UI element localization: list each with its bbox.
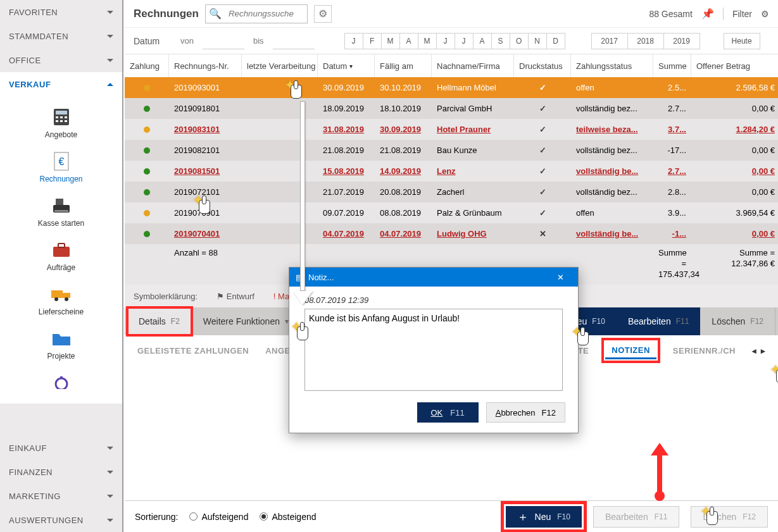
month-button[interactable]: O bbox=[510, 33, 529, 49]
month-button[interactable]: J bbox=[436, 33, 455, 49]
close-icon[interactable]: ✕ bbox=[549, 273, 572, 282]
truck-icon bbox=[50, 287, 73, 302]
tab-notizen[interactable]: NOTIZEN bbox=[605, 342, 656, 359]
sidebar-item-auftraege[interactable]: Aufträge bbox=[0, 235, 122, 276]
sidebar-verkauf[interactable]: VERKAUF bbox=[0, 72, 122, 96]
ok-button[interactable]: OKF11 bbox=[417, 402, 479, 423]
status-dot bbox=[144, 231, 150, 237]
chevron-down-icon bbox=[107, 11, 113, 14]
sidebar-item-rechnungen[interactable]: €Rechnungen bbox=[0, 147, 122, 187]
pin-icon[interactable]: 📌 bbox=[701, 8, 714, 20]
svg-rect-16 bbox=[63, 293, 70, 298]
column-header[interactable]: letzte Verarbeitung bbox=[242, 54, 318, 77]
tab-seriennr[interactable]: SERIENNR./CH bbox=[673, 346, 736, 356]
sidebar-auswertungen[interactable]: AUSWERTUNGEN bbox=[0, 508, 122, 532]
date-to-input[interactable] bbox=[273, 33, 315, 49]
sidebar-item-lieferscheine[interactable]: Lieferscheine bbox=[0, 280, 122, 320]
year-button[interactable]: 2019 bbox=[663, 33, 700, 49]
sidebar-marketing[interactable]: MARKETING bbox=[0, 484, 122, 508]
month-button[interactable]: A bbox=[399, 33, 418, 49]
sidebar-item-kasse[interactable]: Kasse starten bbox=[0, 191, 122, 232]
sidebar-office[interactable]: OFFICE bbox=[0, 48, 122, 72]
column-header[interactable]: Offener Betrag bbox=[691, 54, 778, 77]
status-dot bbox=[144, 85, 150, 91]
more-functions-button[interactable]: Weitere Funktionen▾ bbox=[192, 307, 301, 335]
edit-button-top[interactable]: BearbeitenF11 bbox=[617, 307, 700, 335]
column-header[interactable]: Rechnungs-Nr. bbox=[169, 54, 242, 77]
sidebar-verkauf-items: Angebote €Rechnungen Kasse starten Auftr… bbox=[0, 96, 122, 404]
settings-icon[interactable]: ⚙ bbox=[761, 9, 769, 19]
sidebar-item-more[interactable] bbox=[0, 368, 122, 400]
delete-button-top[interactable]: LöschenF12 bbox=[700, 307, 775, 335]
date-from-input[interactable] bbox=[203, 33, 244, 49]
month-button[interactable]: A bbox=[473, 33, 492, 49]
filter-button[interactable]: Filter bbox=[732, 9, 752, 19]
month-button[interactable]: M bbox=[381, 33, 400, 49]
chevron-down-icon bbox=[107, 495, 113, 498]
briefcase-icon bbox=[51, 242, 72, 258]
edit-button-bottom[interactable]: BearbeitenF11 bbox=[593, 506, 679, 528]
status-dot bbox=[144, 147, 150, 154]
svg-rect-13 bbox=[53, 247, 70, 257]
today-button[interactable]: Heute bbox=[724, 33, 760, 49]
sort-desc[interactable]: Absteigend bbox=[260, 512, 316, 522]
table-row[interactable]: 201909180118.09.201918.10.2019Parcival G… bbox=[125, 98, 778, 119]
search-box[interactable]: 🔍 bbox=[205, 4, 308, 23]
table-row[interactable]: 201908150115.08.201914.09.2019Lenz✓volls… bbox=[125, 161, 778, 182]
status-dot bbox=[144, 210, 150, 216]
date-to-label: bis bbox=[253, 36, 264, 46]
column-header[interactable]: Fällig am bbox=[375, 54, 432, 77]
total-count: 88 Gesamt bbox=[649, 9, 692, 19]
cancel-button[interactable]: AbbrechenF12 bbox=[486, 402, 565, 423]
column-header[interactable]: Druckstatus bbox=[514, 54, 571, 77]
column-header[interactable]: Nachname/Firma bbox=[432, 54, 514, 77]
year-button[interactable]: 2017 bbox=[591, 33, 628, 49]
sidebar-item-projekte[interactable]: Projekte bbox=[0, 324, 122, 364]
column-header[interactable]: Datum bbox=[318, 54, 375, 77]
table-row[interactable]: 201907040104.07.201904.07.2019Ludwig OHG… bbox=[125, 223, 778, 244]
chevron-down-icon bbox=[107, 519, 113, 522]
dialog-titlebar[interactable]: ▤ Notiz... ✕ bbox=[289, 268, 578, 287]
tab-next-icon[interactable]: ▸ bbox=[761, 346, 766, 356]
month-button[interactable]: J bbox=[455, 33, 474, 49]
invoice-icon: € bbox=[52, 151, 71, 171]
month-button[interactable]: D bbox=[546, 33, 565, 49]
svg-rect-11 bbox=[56, 199, 63, 205]
table-row[interactable]: 201907090109.07.201908.08.2019Palz & Grü… bbox=[125, 202, 778, 223]
status-dot bbox=[144, 189, 150, 195]
month-button[interactable]: N bbox=[528, 33, 547, 49]
month-button[interactable]: J bbox=[344, 33, 363, 49]
stopwatch-icon bbox=[52, 376, 71, 389]
column-header[interactable]: Zahlung bbox=[125, 54, 169, 77]
year-button[interactable]: 2018 bbox=[627, 33, 664, 49]
sidebar-einkauf[interactable]: EINKAUF bbox=[0, 436, 122, 460]
sidebar: FAVORITEN STAMMDATEN OFFICE VERKAUF Ange… bbox=[0, 0, 123, 532]
month-button[interactable]: F bbox=[363, 33, 382, 49]
sum-summe: Summe =175.437,34 bbox=[653, 248, 691, 280]
table-row[interactable]: 201908210121.08.201921.08.2019Bau Kunze✓… bbox=[125, 140, 778, 161]
table-row[interactable]: 201908310131.08.201930.09.2019Hotel Prau… bbox=[125, 119, 778, 140]
cash-register-icon bbox=[51, 196, 72, 215]
sidebar-finanzen[interactable]: FINANZEN bbox=[0, 460, 122, 484]
gear-button[interactable]: ⚙ bbox=[314, 5, 332, 23]
delete-button-bottom[interactable]: LöschenF12 bbox=[691, 506, 768, 528]
new-button-bottom[interactable]: ＋NeuF10 bbox=[506, 506, 582, 528]
month-button[interactable]: M bbox=[418, 33, 437, 49]
column-header[interactable]: Zahlungsstatus bbox=[571, 54, 653, 77]
search-input[interactable] bbox=[225, 5, 307, 23]
table-row[interactable]: 201907210121.07.201920.08.2019Zacherl✓vo… bbox=[125, 182, 778, 202]
tab-zahlungen[interactable]: GELEISTETE ZAHLUNGEN bbox=[137, 346, 249, 356]
note-textarea[interactable] bbox=[304, 309, 563, 391]
sidebar-item-angebote[interactable]: Angebote bbox=[0, 102, 122, 143]
svg-rect-5 bbox=[56, 120, 58, 122]
note-timestamp: 08.07.2019 12:39 bbox=[304, 295, 563, 305]
month-button[interactable]: S bbox=[491, 33, 510, 49]
sidebar-favoriten[interactable]: FAVORITEN bbox=[0, 0, 122, 24]
sort-asc[interactable]: Aufsteigend bbox=[189, 512, 248, 522]
sidebar-stammdaten[interactable]: STAMMDATEN bbox=[0, 24, 122, 48]
table-row[interactable]: 201909300130.09.201930.10.2019Hellmann M… bbox=[125, 77, 778, 98]
column-header[interactable]: Summe bbox=[653, 54, 691, 77]
details-button[interactable]: DetailsF2 bbox=[127, 307, 192, 335]
chevron-down-icon bbox=[107, 59, 113, 62]
tab-prev-icon[interactable]: ◂ bbox=[752, 346, 757, 356]
